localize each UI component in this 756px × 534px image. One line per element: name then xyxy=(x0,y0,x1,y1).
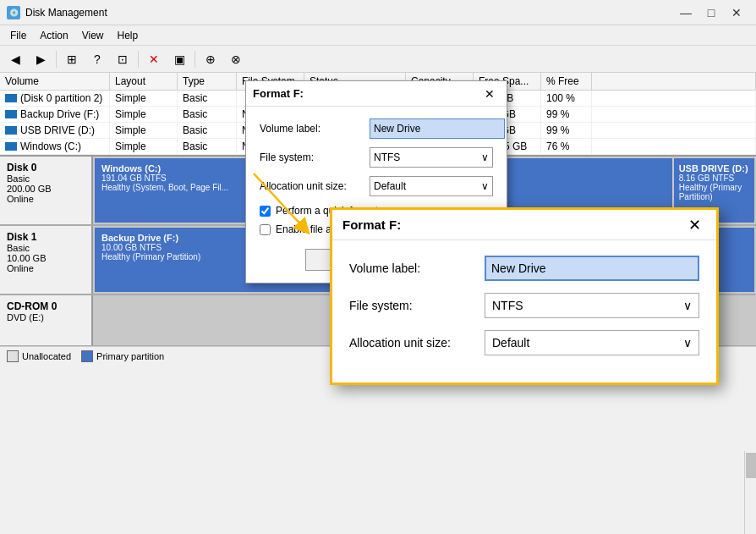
legend-unallocated-label: Unallocated xyxy=(22,351,71,361)
cell-type-3: Basic xyxy=(178,139,237,154)
format-dialog-bg-alloc-row: Allocation unit size: Default ∨ xyxy=(260,176,493,196)
cell-pct-0: 100 % xyxy=(541,91,592,106)
disk-0-label: Disk 0 Basic 200.00 GB Online xyxy=(0,157,93,224)
legend-primary: Primary partition xyxy=(81,350,164,362)
format-dialog-bg-compress-check[interactable] xyxy=(260,224,271,235)
format-dialog-zoom-vol-input[interactable] xyxy=(485,256,699,281)
scrollbar-thumb[interactable] xyxy=(746,453,756,478)
disk-0-type: Basic xyxy=(7,173,85,184)
col-header-extra xyxy=(592,73,756,90)
toolbar-grid[interactable]: ⊞ xyxy=(60,48,84,70)
format-dialog-zoom-close[interactable]: ✕ xyxy=(682,213,706,237)
format-dialog-zoom-title: Format F: xyxy=(342,217,401,232)
title-bar-controls: — □ ✕ xyxy=(673,0,749,25)
cell-extra-1 xyxy=(592,107,756,122)
disk-0-usb-sub: Healthy (Primary Partition) xyxy=(679,183,749,201)
chevron-down-icon: ∨ xyxy=(481,151,489,163)
cell-type-1: Basic xyxy=(178,107,237,122)
cell-extra-3 xyxy=(592,139,756,154)
cell-layout-2: Simple xyxy=(110,123,178,138)
cell-volume-1: Backup Drive (F:) xyxy=(0,107,110,122)
title-bar: 💿 Disk Management — □ ✕ xyxy=(0,0,756,25)
disk-1-title: Disk 1 xyxy=(7,231,85,243)
format-dialog-bg-title: Format F: xyxy=(253,87,304,100)
scrollbar[interactable] xyxy=(744,451,756,534)
cell-layout-1: Simple xyxy=(110,107,178,122)
minimize-button[interactable]: — xyxy=(673,0,698,25)
col-header-volume: Volume xyxy=(0,73,110,90)
toolbar-plus[interactable]: ⊕ xyxy=(199,48,222,70)
menu-bar: File Action View Help xyxy=(0,25,756,46)
format-dialog-bg-quickformat-check[interactable] xyxy=(260,206,271,217)
format-dialog-zoom-alloc-select[interactable]: Default ∨ xyxy=(485,330,699,355)
toolbar-sep-3 xyxy=(194,51,195,68)
format-dialog-bg-fs-select[interactable]: NTFS ∨ xyxy=(370,147,493,168)
format-dialog-zoom-alloc-value: Default xyxy=(492,336,529,350)
cdrom-title: CD-ROM 0 xyxy=(7,300,85,312)
disk-1-size: 10.00 GB xyxy=(7,253,85,263)
toolbar-sep-2 xyxy=(138,51,139,68)
legend-primary-box xyxy=(81,350,93,362)
col-header-type: Type xyxy=(178,73,237,90)
cell-volume-3: Windows (C:) xyxy=(0,139,110,154)
legend-unallocated: Unallocated xyxy=(7,350,71,362)
disk-1-label: Disk 1 Basic 10.00 GB Online xyxy=(0,226,93,294)
title-bar-left: 💿 Disk Management xyxy=(7,6,107,19)
disk-1-status: Online xyxy=(7,263,85,273)
cell-pct-2: 99 % xyxy=(541,123,592,138)
close-button[interactable]: ✕ xyxy=(724,0,749,25)
format-dialog-bg-vol-input[interactable] xyxy=(370,118,505,139)
menu-view[interactable]: View xyxy=(75,28,111,43)
format-dialog-bg-vol-label: Volume label: xyxy=(260,123,370,135)
cell-pct-1: 99 % xyxy=(541,107,592,122)
toolbar-sep-1 xyxy=(56,51,57,68)
cell-extra-0 xyxy=(592,91,756,106)
cell-type-0: Basic xyxy=(178,91,237,106)
format-dialog-bg-close[interactable]: ✕ xyxy=(479,84,500,104)
cell-extra-2 xyxy=(592,123,756,138)
format-dialog-zoom-body: Volume label: File system: NTFS ∨ Alloca… xyxy=(332,240,716,383)
disk-0-status: Online xyxy=(7,194,85,204)
format-dialog-zoom-titlebar: Format F: ✕ xyxy=(332,210,716,240)
disk-1-type: Basic xyxy=(7,243,85,253)
format-dialog-bg-fs-row: File system: NTFS ∨ xyxy=(260,147,493,168)
toolbar-help[interactable]: ? xyxy=(85,48,109,70)
format-dialog-zoom-fs-row: File system: NTFS ∨ xyxy=(349,293,699,318)
format-dialog-zoom-vol-label: Volume label: xyxy=(349,261,485,275)
format-dialog-zoom-fs-value: NTFS xyxy=(492,299,523,312)
vol-icon-3 xyxy=(5,142,17,151)
chevron-down-icon-4: ∨ xyxy=(683,336,692,350)
menu-help[interactable]: Help xyxy=(111,28,145,43)
cell-pct-3: 76 % xyxy=(541,139,592,154)
format-dialog-bg-alloc-select[interactable]: Default ∨ xyxy=(370,176,493,196)
cell-type-2: Basic xyxy=(178,123,237,138)
toolbar-back[interactable]: ◀ xyxy=(3,48,27,70)
maximize-button[interactable]: □ xyxy=(698,0,724,25)
format-dialog-bg-titlebar: Format F: ✕ xyxy=(246,81,507,107)
cdrom-type: DVD (E:) xyxy=(7,312,85,322)
format-dialog-zoom-fs-select[interactable]: NTFS ∨ xyxy=(485,293,699,318)
chevron-down-icon-3: ∨ xyxy=(683,299,692,312)
disk-0-usb-name: USB DRIVE (D:) xyxy=(679,163,749,173)
format-dialog-bg-alloc-value: Default xyxy=(374,180,406,192)
format-dialog-zoom-fs-label: File system: xyxy=(349,299,485,312)
format-dialog-bg-fs-value: NTFS xyxy=(374,151,400,163)
toolbar-delete[interactable]: ✕ xyxy=(142,48,166,70)
format-dialog-bg-vol-row: Volume label: xyxy=(260,118,493,139)
format-dialog-bg-alloc-label: Allocation unit size: xyxy=(260,180,370,192)
col-header-freepct: % Free xyxy=(541,73,592,90)
menu-file[interactable]: File xyxy=(3,28,33,43)
disk-0-usb-details: 8.16 GB NTFS xyxy=(679,173,749,183)
toolbar-box[interactable]: ⊡ xyxy=(111,48,134,70)
toolbar-minus[interactable]: ⊗ xyxy=(224,48,248,70)
vol-icon-0 xyxy=(5,94,17,102)
vol-icon-1 xyxy=(5,110,17,118)
legend-unallocated-box xyxy=(7,350,19,362)
toolbar-add[interactable]: ▣ xyxy=(167,48,191,70)
format-dialog-bg-fs-label: File system: xyxy=(260,151,370,163)
toolbar: ◀ ▶ ⊞ ? ⊡ ✕ ▣ ⊕ ⊗ xyxy=(0,46,756,73)
toolbar-forward[interactable]: ▶ xyxy=(29,48,52,70)
cell-volume-2: USB DRIVE (D:) xyxy=(0,123,110,138)
menu-action[interactable]: Action xyxy=(33,28,74,43)
vol-icon-2 xyxy=(5,126,17,135)
